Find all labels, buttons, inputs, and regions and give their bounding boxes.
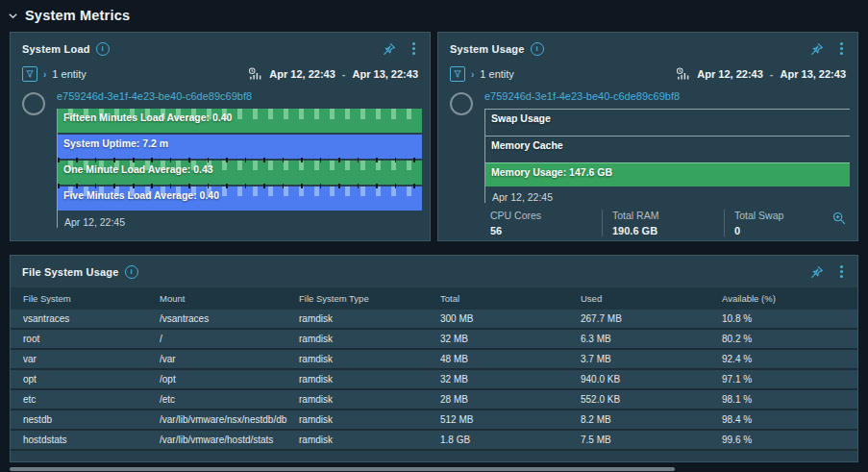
page-title: System Metrics [25,8,130,23]
system-load-title: System Load [22,43,90,55]
date-range: Apr 12, 22:43 - Apr 13, 22:43 [248,67,418,81]
table-row: nestdb /var/lib/vmware/nsx/nestdb/db ram… [11,410,857,431]
system-usage-title: System Usage [450,43,525,55]
file-system-table: File System Mount File System Type Total… [11,287,857,451]
range-start: Apr 12, 22:43 [697,68,762,80]
stat-total-ram: Total RAM 190.6 GB [602,210,724,236]
table-row: hostdstats /var/lib/vmware/hostd/stats r… [11,431,857,451]
file-system-usage-panel: File System Usage i File System Mount Fi… [10,255,858,462]
column-header: File System Type [299,293,440,304]
system-load-chart: Fifteen Minutes Load Average: 0.40 Syste… [57,109,422,228]
band-five-min-load[interactable]: Five Minutes Load Average: 0.40 [58,186,422,211]
entity-id-link[interactable]: e759246d-3e1f-4e23-be40-c6de89c69bf8 [484,90,850,102]
range-end: Apr 13, 22:43 [781,68,846,80]
system-usage-chart: Swap Usage Memory Cache Memory Usage: 14… [484,109,850,203]
band-one-min-load[interactable]: One Minute Load Average: 0.43 [58,161,422,185]
table-row: root / ramdisk 32 MB 6.3 MB 80.2 % [11,330,857,350]
entity-count-label: 1 entity [480,68,513,80]
info-icon[interactable]: i [531,42,544,56]
system-load-panel: System Load i › 1 entity Apr 12, 22:43 - [10,32,431,241]
table-row: var /var ramdisk 48 MB 3.7 MB 92.4 % [11,350,857,370]
column-header: Available (%) [722,293,857,304]
column-header: Used [581,293,722,304]
entity-radio[interactable] [22,92,45,115]
usage-stats-row: CPU Cores 56 Total RAM 190.6 GB Total Sw… [481,210,846,236]
table-row: etc /etc ramdisk 28 MB 552.0 KB 98.1 % [11,390,857,410]
stat-total-swap: Total Swap 0 [724,210,846,236]
table-row: vsantraces /vsantraces ramdisk 300 MB 26… [11,310,857,330]
range-start: Apr 12, 22:43 [269,68,335,80]
pin-icon[interactable] [810,42,824,56]
section-header: System Metrics [0,0,868,29]
file-system-usage-title: File System Usage [22,266,119,278]
info-icon[interactable]: i [125,265,138,279]
horizontal-scrollbar[interactable] [10,467,675,471]
info-icon[interactable]: i [96,42,110,56]
band-system-uptime[interactable]: System Uptime: 7.2 m [58,135,422,159]
filter-expand-chevron[interactable]: › [43,69,46,80]
pin-icon[interactable] [810,265,824,279]
date-range: Apr 12, 22:43 - Apr 13, 22:43 [676,67,846,81]
table-row: opt /opt ramdisk 32 MB 940.0 KB 97.1 % [11,370,857,390]
range-end: Apr 13, 22:43 [353,68,418,80]
time-chart-icon [676,67,690,81]
column-header: File System [23,293,160,304]
band-fifteen-min-load[interactable]: Fifteen Minutes Load Average: 0.40 [58,109,422,133]
stat-cpu-cores: CPU Cores 56 [481,210,602,236]
band-memory-cache[interactable]: Memory Cache [485,136,850,161]
kebab-menu-icon[interactable] [837,264,846,279]
time-chart-icon [248,67,262,81]
filter-funnel-icon[interactable] [450,66,465,82]
entity-id-link[interactable]: e759246d-3e1f-4e23-be40-c6de89c69bf8 [57,90,422,102]
range-separator: - [342,68,346,80]
axis-timestamp: Apr 12, 22:45 [58,212,422,228]
collapse-chevron-icon[interactable] [8,11,18,21]
entity-radio[interactable] [450,92,473,115]
axis-timestamp: Apr 12, 22:45 [485,187,850,203]
band-memory-usage[interactable]: Memory Usage: 147.6 GB [485,162,850,186]
zoom-in-icon[interactable] [832,211,846,225]
column-header: Mount [160,293,299,304]
filter-funnel-icon[interactable] [22,66,37,82]
entity-count-label: 1 entity [52,68,86,80]
system-usage-panel: System Usage i › 1 entity Apr 12, 22:43 … [437,32,858,241]
table-header-row: File System Mount File System Type Total… [11,287,857,310]
band-swap-usage[interactable]: Swap Usage [485,109,850,135]
range-separator: - [770,68,774,80]
column-header: Total [440,293,581,304]
kebab-menu-icon[interactable] [837,41,846,56]
filter-expand-chevron[interactable]: › [471,69,474,80]
pin-icon[interactable] [383,42,396,56]
kebab-menu-icon[interactable] [409,41,418,56]
